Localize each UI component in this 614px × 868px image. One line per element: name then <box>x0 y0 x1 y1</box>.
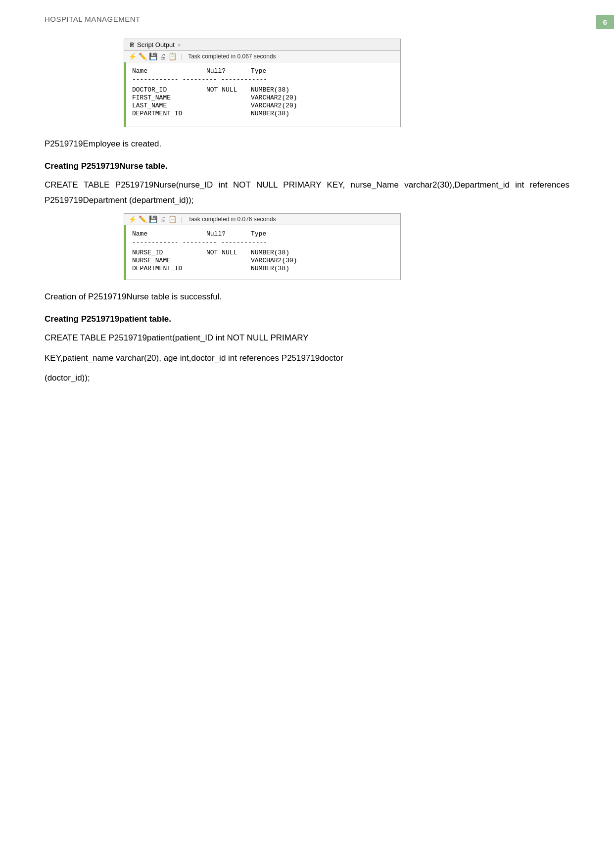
nurse-row2-type: VARCHAR2(30) <box>251 257 350 264</box>
heading-nurse-table: Creating P2519719Nurse table. <box>45 159 569 173</box>
nurse-row1-type: NUMBER(38) <box>251 249 350 256</box>
script-output-icon-1: 🖹 <box>129 42 135 48</box>
col-name-header-1: Name <box>132 67 206 75</box>
toolbar-print-icon[interactable]: 🖨 <box>159 52 166 60</box>
table-row: NURSE_NAME VARCHAR2(30) <box>132 257 350 264</box>
toolbar-separator-1: | <box>181 53 182 60</box>
script-output-tab-1[interactable]: 🖹 Script Output × <box>124 39 400 51</box>
script-toolbar-2: ⚡ ✏️ 💾 🖨 📋 | Task completed in 0.076 sec… <box>124 214 400 225</box>
text-nurse-created: Creation of P2519719Nurse table is succe… <box>45 290 569 303</box>
code-create-patient-line2: KEY,patient_name varchar(20), age int,do… <box>45 351 569 366</box>
code-create-patient-line1: CREATE TABLE P2519719patient(patient_ID … <box>45 331 569 346</box>
nurse-row2-null <box>206 257 251 264</box>
nurse-row1-null: NOT NULL <box>206 249 251 256</box>
script-body-1: Name Null? Type ------------ --------- -… <box>126 62 356 127</box>
col-null-header-1: Null? <box>206 67 251 75</box>
col-divider-2: ------------ --------- ------------ <box>132 239 350 246</box>
toolbar-run-icon-2[interactable]: ⚡ <box>128 215 137 223</box>
col-null-header-2: Null? <box>206 230 251 238</box>
table-row: FIRST_NAME VARCHAR2(20) <box>132 94 350 101</box>
text-employee-created: P2519719Employee is created. <box>45 137 569 150</box>
nurse-row1-name: NURSE_ID <box>132 249 206 256</box>
heading-patient-table: Creating P2519719patient table. <box>45 312 569 326</box>
toolbar-edit-icon-2[interactable]: ✏️ <box>139 215 147 223</box>
toolbar-status-text-2: Task completed in 0.076 seconds <box>188 216 276 223</box>
row3-null <box>206 102 251 109</box>
col-header-2: Name Null? Type <box>132 230 350 238</box>
script-output-panel-2: ⚡ ✏️ 💾 🖨 📋 | Task completed in 0.076 sec… <box>124 213 401 280</box>
row3-name: LAST_NAME <box>132 102 206 109</box>
toolbar-save-icon[interactable]: 💾 <box>149 52 157 60</box>
toolbar-status-text-1: Task completed in 0.067 seconds <box>188 53 276 60</box>
col-name-header-2: Name <box>132 230 206 238</box>
col-header-1: Name Null? Type <box>132 67 350 75</box>
nurse-row3-type: NUMBER(38) <box>251 265 350 272</box>
row1-name: DOCTOR_ID <box>132 86 206 94</box>
nurse-row2-name: NURSE_NAME <box>132 257 206 264</box>
table-row: NURSE_ID NOT NULL NUMBER(38) <box>132 249 350 256</box>
toolbar-separator-2: | <box>181 216 182 223</box>
row4-null <box>206 110 251 117</box>
nurse-row3-null <box>206 265 251 272</box>
row1-type: NUMBER(38) <box>251 86 350 94</box>
script-output-panel-1: 🖹 Script Output × ⚡ ✏️ 💾 🖨 📋 | Task comp… <box>124 39 401 127</box>
script-output-tab-label-1: Script Output <box>137 41 175 48</box>
row2-null <box>206 94 251 101</box>
page-number: 6 <box>596 15 614 29</box>
row2-type: VARCHAR2(20) <box>251 94 350 101</box>
page-header-title: HOSPITAL MANAGEMENT <box>45 15 141 23</box>
row2-name: FIRST_NAME <box>132 94 206 101</box>
col-divider-1: ------------ --------- ------------ <box>132 76 350 83</box>
table-row: DEPARTMENT_ID NUMBER(38) <box>132 110 350 117</box>
row4-name: DEPARTMENT_ID <box>132 110 206 117</box>
row1-null: NOT NULL <box>206 86 251 94</box>
table-row: LAST_NAME VARCHAR2(20) <box>132 102 350 109</box>
tab-close-icon-1[interactable]: × <box>178 42 181 48</box>
toolbar-save-icon-2[interactable]: 💾 <box>149 215 157 223</box>
code-create-nurse: CREATE TABLE P2519719Nurse(nurse_ID int … <box>45 178 569 208</box>
toolbar-print-icon-2[interactable]: 🖨 <box>159 215 166 223</box>
toolbar-view-icon[interactable]: 📋 <box>168 52 177 60</box>
script-body-2: Name Null? Type ------------ --------- -… <box>126 225 356 280</box>
code-create-patient-line3: (doctor_id)); <box>45 371 569 386</box>
col-type-header-1: Type <box>251 67 350 75</box>
row4-type: NUMBER(38) <box>251 110 350 117</box>
nurse-row3-name: DEPARTMENT_ID <box>132 265 206 272</box>
script-toolbar-1: ⚡ ✏️ 💾 🖨 📋 | Task completed in 0.067 sec… <box>124 51 400 62</box>
table-row: DEPARTMENT_ID NUMBER(38) <box>132 265 350 272</box>
toolbar-view-icon-2[interactable]: 📋 <box>168 215 177 223</box>
row3-type: VARCHAR2(20) <box>251 102 350 109</box>
toolbar-edit-icon[interactable]: ✏️ <box>139 52 147 60</box>
col-type-header-2: Type <box>251 230 350 238</box>
toolbar-run-icon[interactable]: ⚡ <box>128 52 137 60</box>
table-row: DOCTOR_ID NOT NULL NUMBER(38) <box>132 86 350 94</box>
